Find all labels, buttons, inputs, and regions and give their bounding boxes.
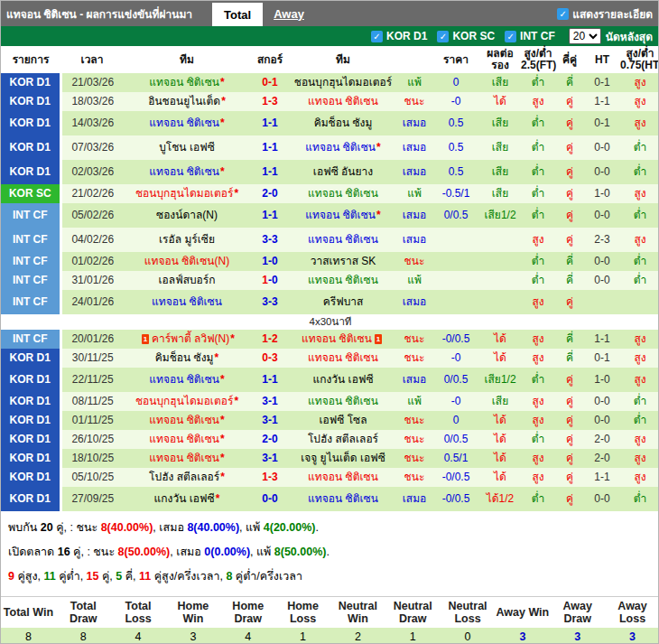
- league-badge: KOR D1: [1, 430, 60, 449]
- match-history-panel: แทจอน ซิติเซน - ผลการแข่งขันที่ผ่านมา To…: [0, 0, 659, 644]
- over-under-ft-cell: สูง: [521, 411, 555, 430]
- home-team-cell: คิมช็อน ซังมู*: [124, 349, 250, 368]
- match-date: 05/10/25: [71, 471, 114, 483]
- result-cell: ชนะ: [396, 411, 432, 430]
- odd-even: คี่: [566, 255, 573, 267]
- ht-score-cell: 1-1: [584, 468, 620, 487]
- result-text: ชนะ: [404, 414, 425, 426]
- handicap-result: ได้: [494, 433, 506, 445]
- team-name: แทจอน ซิติเซน: [308, 274, 378, 286]
- league-badge: KOR D1: [1, 349, 60, 368]
- over-under-ht-cell: [620, 290, 659, 314]
- handicap-cell: -0/0.5: [432, 330, 479, 349]
- away-team-cell: เอฟซี โซล: [290, 411, 396, 430]
- score-cell: 1-1: [250, 135, 290, 160]
- column-header-3: สกอร์: [250, 46, 290, 73]
- away-team-cell: แทจอน ซิติเซน: [290, 92, 396, 111]
- over-under-ft-cell: สูง: [521, 468, 555, 487]
- ht-score-cell: 0-0: [584, 271, 620, 290]
- over-under-ft-cell: ต่ำ: [521, 252, 555, 271]
- filter-kor-d1-checkbox[interactable]: ✓ KOR D1: [371, 30, 432, 42]
- league-badge: KOR D1: [1, 73, 60, 92]
- league-badge: INT CF: [1, 252, 60, 271]
- odd-even: คู่: [566, 492, 573, 505]
- league-badge: KOR D1: [1, 449, 60, 468]
- filter-int-cf-checkbox[interactable]: ✓ INT CF: [505, 30, 561, 42]
- result-text: ชนะ: [404, 471, 425, 483]
- show-details-checkbox[interactable]: ✓ แสดงรายละเอียด: [557, 5, 653, 23]
- match-row: KOR D118/03/26อินชอนยูไนเต็ด*1-3แทจอน ซิ…: [1, 92, 659, 111]
- score-cell: 1-2: [250, 330, 290, 349]
- handicap-line: -0: [451, 351, 461, 364]
- odd-even-cell: คู่: [555, 111, 584, 135]
- red-card-icon: 1: [375, 334, 382, 344]
- match-date: 04/02/26: [71, 233, 114, 246]
- full-time-score: 0-3: [262, 351, 277, 364]
- team-name: แทจอน ซิติเซน: [149, 452, 219, 464]
- home-team-cell: แทจอน ซิติเซน*: [124, 160, 250, 184]
- over-under-ht: สูง: [634, 452, 645, 464]
- handicap-cell: -0.5/1: [432, 184, 479, 203]
- over-under-ft: ต่ำ: [532, 141, 545, 154]
- over-under-ht: ต่ำ: [634, 209, 647, 221]
- over-under-ft: สูง: [532, 452, 543, 464]
- date-cell: 05/10/25: [60, 468, 124, 487]
- match-row: INT CF24/01/26แทจอน ซิติเซน3-3ครีฟบาสเสม…: [1, 290, 659, 314]
- match-row: INT CF20/01/261คาร์พาตี้ ลวิฟ(N)*1-2แทจอ…: [1, 330, 659, 349]
- team-name: เอฟซี โซล: [319, 414, 367, 426]
- odd-even: คู่: [566, 117, 573, 129]
- home-team-cell: แทจอน ซิติเซน*: [124, 430, 250, 449]
- league-badge: INT CF: [1, 290, 60, 314]
- over-under-ht: ต่ำ: [634, 414, 647, 426]
- full-time-score: 1-0: [262, 255, 277, 267]
- handicap-cell: 0.5: [432, 135, 479, 160]
- result-text: เสมอ: [403, 165, 427, 178]
- filter-int-cf-label: INT CF: [520, 30, 555, 42]
- handicap-cell: [432, 290, 479, 314]
- date-cell: 01/11/25: [60, 411, 124, 430]
- match-row: KOR D118/10/25แทจอน ซิติเซน*3-1เจจู ยูไน…: [1, 449, 659, 468]
- home-team-cell: แทจอน ซิติเซน(N): [124, 252, 250, 271]
- result-text: แพ้: [407, 274, 422, 286]
- half-time-score: 0-1: [594, 76, 609, 89]
- match-count-select[interactable]: 20: [569, 28, 601, 44]
- result-cell: เสมอ: [396, 487, 432, 511]
- team-name: แทจอน ซิติเซน: [305, 141, 376, 154]
- over-under-ft: สูง: [532, 332, 543, 345]
- filter-kor-sc-checkbox[interactable]: ✓ KOR SC: [437, 30, 500, 42]
- tab-away[interactable]: Away: [263, 1, 315, 26]
- home-team-cell: แกงวัน เอฟซี*: [124, 487, 250, 511]
- home-away-star: *: [230, 332, 235, 345]
- tab-total[interactable]: Total: [212, 3, 263, 26]
- home-away-star: *: [215, 351, 219, 364]
- over-under-ft-cell: สูง: [521, 330, 555, 349]
- column-header-6: ราคา: [432, 46, 479, 73]
- match-row: INT CF01/02/26แทจอน ซิติเซน(N)1-0วาสเทรา…: [1, 252, 659, 271]
- over-under-ht: ต่ำ: [634, 395, 647, 407]
- stats-header-neutral-loss: Neutral Loss: [441, 597, 496, 629]
- team-name: แทจอน ซิติเซน: [149, 165, 219, 178]
- match-history-table: รายการเวลาทีมสกอร์ทีมราคาผลต่อรองสูง/ต่ำ…: [1, 46, 659, 511]
- match-row: KOR D105/10/25โปฮัง สตีลเลอร์*1-3แทจอน ซ…: [1, 468, 659, 487]
- away-team-cell: ชอนบุกฮุนไดมอเตอร์: [290, 73, 396, 92]
- half-time-score: 0-0: [594, 395, 609, 407]
- odd-even: คู่: [566, 209, 573, 221]
- handicap-line: -0: [451, 395, 461, 407]
- ht-score-cell: 1-0: [584, 184, 620, 203]
- score-cell: 1-1: [250, 368, 290, 392]
- handicap-cell: 0: [432, 411, 479, 430]
- match-date: 20/01/26: [71, 332, 114, 345]
- over-under-ft: ต่ำ: [532, 255, 545, 267]
- over-under-ht-cell: ต่ำ: [620, 252, 659, 271]
- over-under-ht: สูง: [634, 233, 645, 246]
- home-away-star: *: [221, 95, 226, 107]
- over-under-ft-cell: สูง: [521, 290, 555, 314]
- league-badge: KOR D1: [1, 392, 60, 411]
- over-under-ft: สูง: [532, 295, 543, 308]
- home-away-star: *: [220, 165, 225, 178]
- match-row: KOR D122/11/25แทจอน ซิติเซน*1-1แกงวัน เอ…: [1, 368, 659, 392]
- away-team-cell: แทจอน ซิติเซน*: [290, 135, 396, 160]
- score-cell: 1-3: [250, 468, 290, 487]
- half-time-score: 0-0: [594, 209, 609, 221]
- summary-segment: , เสมอ: [153, 521, 187, 534]
